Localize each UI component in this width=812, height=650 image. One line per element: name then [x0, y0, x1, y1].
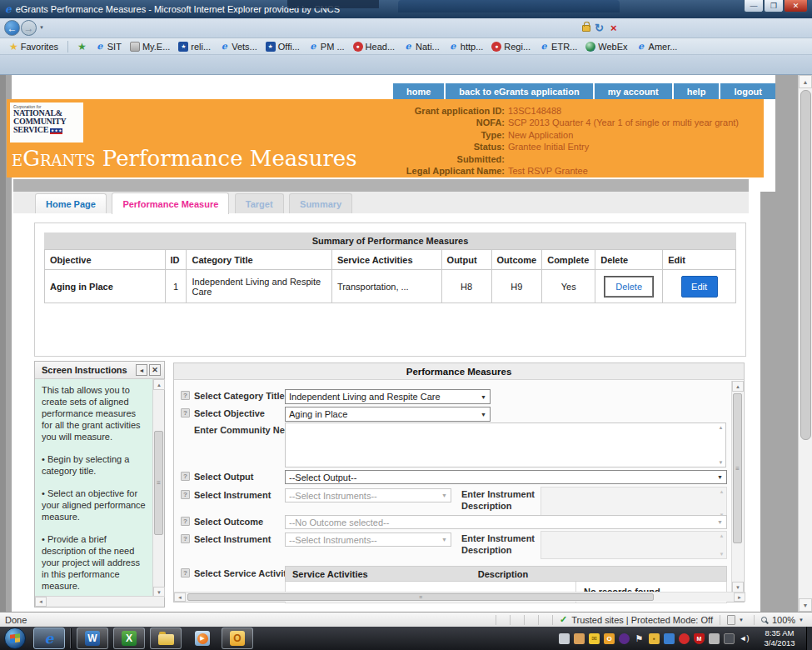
- favorite-link[interactable]: eVets...: [215, 42, 262, 52]
- scroll-up-icon[interactable]: ▲: [799, 75, 812, 88]
- outcome-select[interactable]: --No Outcome selected--▼: [285, 515, 727, 529]
- scrollbar-thumb[interactable]: ≡: [154, 431, 163, 535]
- favorite-link[interactable]: ehttp...: [444, 42, 488, 52]
- back-button[interactable]: ←: [4, 20, 20, 36]
- app-tray-icon[interactable]: [574, 633, 585, 644]
- help-question-icon[interactable]: ?: [181, 568, 190, 578]
- scroll-up-icon[interactable]: ▲: [732, 381, 744, 392]
- taskbar-explorer-button[interactable]: [150, 628, 182, 649]
- favorite-link[interactable]: ●Head...: [349, 42, 399, 52]
- nav-back-to-egrants[interactable]: back to eGrants application: [446, 83, 592, 99]
- minimize-button[interactable]: —: [744, 0, 764, 12]
- show-desktop-button[interactable]: [806, 627, 812, 650]
- help-question-icon[interactable]: ?: [181, 517, 190, 526]
- flag-tray-icon[interactable]: ⚑: [634, 633, 645, 644]
- instructions-h-scrollbar[interactable]: ◄: [35, 596, 164, 607]
- taskbar-outlook-button[interactable]: O: [222, 628, 253, 649]
- security-zone-text: Trusted sites | Protected Mode: Off: [571, 615, 713, 625]
- output-select[interactable]: --Select Output--▼: [285, 470, 727, 484]
- edit-button[interactable]: Edit: [681, 276, 718, 298]
- refresh-icon[interactable]: ↻: [595, 22, 604, 34]
- zoom-dropdown-icon[interactable]: ▼: [799, 618, 804, 622]
- add-favorite-button[interactable]: ★: [73, 41, 91, 52]
- instructions-scrollbar[interactable]: ▲ ≡ ▼: [152, 379, 164, 598]
- network-computers-tray-icon[interactable]: [664, 633, 675, 644]
- browser-scrollbar[interactable]: ▲ ▼: [798, 75, 812, 612]
- grant-id-label: Grant application ID:: [338, 105, 505, 117]
- smartscreen-dropdown-icon[interactable]: ▼: [739, 618, 744, 622]
- scrollbar-thumb[interactable]: ≡: [187, 593, 654, 601]
- favorite-link[interactable]: ePM ...: [304, 42, 349, 52]
- favorite-link[interactable]: eSIT: [91, 42, 126, 52]
- scroll-right-icon[interactable]: ►: [734, 592, 745, 602]
- nav-home[interactable]: home: [393, 83, 444, 99]
- help-question-icon[interactable]: ?: [181, 391, 190, 400]
- favorite-link[interactable]: eAmer...: [632, 42, 682, 52]
- community-need-textarea[interactable]: ▲▼: [285, 422, 726, 468]
- scroll-up-icon[interactable]: ▲: [153, 379, 165, 390]
- stop-icon[interactable]: ×: [610, 22, 617, 34]
- start-button[interactable]: [4, 628, 26, 649]
- favorite-link[interactable]: My.E...: [126, 42, 174, 52]
- favicon-icon: ★: [178, 42, 188, 52]
- lock-tray-icon[interactable]: ▪: [649, 633, 660, 644]
- taskbar-clock[interactable]: 8:35 AM 3/4/2013: [754, 628, 805, 648]
- tab-home-page[interactable]: Home Page: [35, 193, 107, 213]
- help-question-icon[interactable]: ?: [181, 472, 190, 481]
- category-select[interactable]: Independent Living and Respite Care▼: [285, 389, 491, 404]
- app-title: eGrants Performance Measures: [12, 146, 357, 171]
- favorite-label: http...: [461, 42, 484, 52]
- outlook-tray-icon[interactable]: O: [604, 633, 615, 644]
- clipboard-tray-icon[interactable]: [709, 633, 720, 644]
- textarea-scroll-rail[interactable]: ▲▼: [716, 423, 725, 467]
- forward-button[interactable]: →: [21, 20, 37, 36]
- nav-my-account[interactable]: my account: [595, 83, 672, 99]
- mcafee-shield-icon[interactable]: M: [694, 633, 705, 644]
- taskbar-media-player-button[interactable]: ▶: [187, 628, 218, 649]
- favorite-link[interactable]: ★Offi...: [262, 42, 304, 52]
- favorite-label: Offi...: [278, 42, 300, 52]
- instructions-paragraph: This tab allows you to create sets of al…: [42, 384, 147, 442]
- scroll-down-icon[interactable]: ▼: [799, 598, 812, 612]
- mail-tray-icon[interactable]: ✉: [589, 633, 600, 644]
- smartscreen-icon[interactable]: [727, 615, 735, 625]
- nav-help[interactable]: help: [674, 83, 720, 99]
- scrollbar-thumb[interactable]: [800, 90, 811, 440]
- favorite-link[interactable]: ●Regi...: [487, 42, 535, 52]
- delete-button[interactable]: Delete: [605, 277, 653, 297]
- close-panel-icon[interactable]: ✕: [149, 364, 161, 376]
- favorite-link[interactable]: eNati...: [399, 42, 444, 52]
- favorite-link[interactable]: ★reli...: [174, 42, 215, 52]
- help-question-icon[interactable]: ?: [181, 408, 190, 418]
- volume-tray-icon[interactable]: ◄): [739, 633, 750, 644]
- printer-tray-icon[interactable]: [559, 633, 570, 644]
- output-label: Select Output: [194, 472, 254, 482]
- taskbar-ie-button[interactable]: e: [33, 628, 65, 649]
- scroll-left-icon[interactable]: ◄: [174, 592, 186, 602]
- tab-performance-measure[interactable]: Performance Measure: [112, 192, 229, 214]
- nav-logout[interactable]: logout: [720, 83, 775, 99]
- panel-h-scrollbar[interactable]: ◄ ≡ ►: [174, 592, 745, 602]
- favorite-link[interactable]: eETR...: [535, 42, 581, 52]
- collapse-panel-icon[interactable]: ◄: [136, 364, 147, 376]
- security-lock-icon[interactable]: [582, 25, 590, 32]
- favorite-link[interactable]: WebEx: [581, 42, 631, 52]
- close-button[interactable]: ✕: [784, 0, 808, 12]
- scroll-left-icon[interactable]: ◄: [35, 597, 47, 607]
- instrument-select-disabled: --Select Instruments--▼: [285, 532, 451, 547]
- scrollbar-thumb[interactable]: ≡: [733, 393, 742, 543]
- favorites-button[interactable]: ★ Favorites: [5, 41, 62, 52]
- app-tray-icon[interactable]: [619, 633, 630, 644]
- objective-select[interactable]: Aging in Place▼: [285, 407, 491, 422]
- panel-scrollbar[interactable]: ▲ ≡ ▼: [731, 381, 743, 592]
- help-question-icon[interactable]: ?: [181, 534, 190, 543]
- help-question-icon[interactable]: ?: [181, 490, 190, 499]
- zoom-icon[interactable]: [761, 617, 767, 622]
- antivirus-tray-icon[interactable]: [679, 633, 690, 644]
- taskbar-excel-button[interactable]: X: [113, 628, 145, 649]
- network-tray-icon[interactable]: [724, 633, 735, 644]
- taskbar-word-button[interactable]: W: [77, 628, 108, 649]
- chevron-down-icon: ▼: [481, 394, 486, 400]
- restore-button[interactable]: ❐: [764, 0, 784, 12]
- recent-pages-dropdown-icon[interactable]: ▼: [39, 25, 44, 30]
